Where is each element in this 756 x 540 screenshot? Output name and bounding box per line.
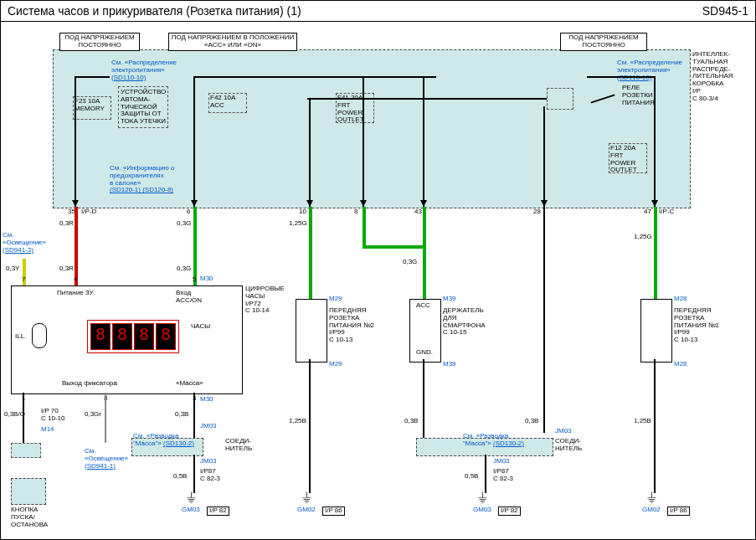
pin-8: 8 [354,208,357,216]
link-ill: См. «Освещение»(SD941-3) [3,232,46,254]
c823a: I/P87 С 82-3 [200,468,220,483]
JM03a: JM03 [200,423,217,430]
conn-M14: M14 [41,426,54,434]
lbl-125G-b: 1,25G [634,234,652,241]
phone-acc: ACC [416,302,430,310]
JM03a2: JM03 [200,458,217,465]
ill-shape [32,323,47,348]
conn-M39t: M39 [443,296,456,303]
pin-43: 43 [414,208,422,216]
title-bar: Система часов и прикуривателя (Розетка п… [1,1,755,22]
P86a: I/P 86 [322,507,345,516]
pin-6: 6 [187,208,190,216]
lbl-03R: 0,3R [59,220,74,228]
clock-topL: Питание ЗУ [57,290,94,297]
w-phone-gnd [423,359,424,440]
lbl-125B-b: 1,25B [634,418,651,425]
wire-8-43-bridge [363,245,426,249]
JM03b: JM03 [555,428,572,435]
ssb-box [11,443,41,458]
wire-43-green [423,207,426,299]
clock-ill: ILL. [15,333,26,341]
bus-f42-dn [193,76,195,207]
link-power-dist-2: См. «Распределение электропитания»(SD110… [617,59,682,81]
page-title: Система часов и прикуривателя (Розетка п… [8,4,301,18]
bus-28-dn [543,106,545,207]
conn-M30-top: M30 [200,275,213,283]
wiring-diagram-sheet: Система часов и прикуривателя (Розетка п… [0,0,756,540]
bus-acc [193,76,436,78]
clock-botR: «Масса» [176,380,203,388]
front-outlet-2 [296,299,327,363]
clock-botL: Выход фиксатора [62,380,117,388]
outlet1-label: ПЕРЕДНЯЯ РОЗЕТКА ПИТАНИЯ №1 I/P99 С 10-1… [674,307,719,344]
GM03a: GM03 [182,507,200,514]
ip-box-label: ИНТЕЛЛЕК- ТУАЛЬНАЯ РАСПРЕДЕ- ЛИТЕЛЬНАЯ К… [692,51,733,103]
outlet2-label: ПЕРЕДНЯЯ РОЗЕТКА ПИТАНИЯ №2 I/P99 С 10-1… [329,307,374,344]
gnd-gm02-b-icon: ⏚ [647,488,656,506]
w-out2-gnd [309,359,311,493]
joiner-b: СОЕДИ- НИТЕЛЬ [555,438,582,453]
relay-coil [547,88,573,110]
digital-clock-module: 7 4 5 Питание ЗУ Вход ACC/ON ILL. 8888 Ч… [11,285,243,394]
banner-left: ПОД НАПРЯЖЕНИЕМ ПОСТОЯННО [59,33,140,51]
conn-M39b: M39 [443,361,456,368]
lbl-03BO: 0,3B/O [4,411,25,419]
clock-pin4: 4 [74,276,77,284]
clock-display: 8888 [87,320,179,353]
bus-43-dn [423,76,424,207]
joiner-a: СОЕДИ- НИТЕЛЬ [225,438,252,453]
lbl-03R-b: 0,3R [59,265,74,273]
lbl-05B-a: 0,5B [173,473,187,481]
page-code: SD945-1 [702,4,748,18]
fuse-f42: F42 10A ACC [208,93,247,113]
conn-M29b: M29 [329,361,342,368]
gnd-gm03-a-icon: ⏚ [187,488,196,506]
bus-8-dn [363,76,364,207]
w-clock-8 [105,393,106,443]
link-ill2: См. «Освещение»(SD941-1) [85,448,128,470]
ssb-zone [11,478,46,505]
conn-M28t: M28 [674,296,687,303]
pin-28: 28 [533,208,541,216]
clock-topR: Вход ACC/ON [176,290,202,305]
wire-35-red [75,207,78,285]
c823b: I/P87 С 82-3 [493,468,513,483]
lbl-03G-c: 0,3G [177,265,191,273]
lbl-03B-b: 0,3B [404,418,418,425]
conn-ipd: I/P-D [81,208,96,216]
lbl-03Y: 0,3Y [6,265,19,273]
fuse-f23: F23 10A MEMORY [73,96,111,120]
bus-47-dn [654,76,656,207]
P82a: I/P 82 [207,507,229,516]
wire-8-green [363,207,366,247]
conn-M28b: M28 [674,361,687,368]
front-outlet-1 [640,299,672,363]
pin-10: 10 [299,208,306,216]
wire-6-green [193,207,197,285]
P86b: I/P 86 [667,507,690,516]
GM02a: GM02 [297,507,316,514]
clock-pin7: 7 [22,276,25,284]
pin-47: 47 [644,208,651,216]
digital-clock-label: ЦИФРОВЫЕ ЧАСЫ I/P72 С 10-14 [245,285,285,315]
lbl-03G-b: 0,3G [403,259,417,266]
p70: I/P 70 С 10-10 [41,408,64,423]
banner-right: ПОД НАПРЯЖЕНИЕМ ПОСТОЯННО [560,33,647,51]
P82b: I/P 82 [498,507,521,516]
lbl-03B-a: 0,3B [175,411,188,419]
lbl-125B-a: 1,25B [289,418,306,425]
fuse-f12: F12 20A FRT POWER OUTLET [609,143,647,173]
bus-b-const-r [587,76,654,78]
clock-pin5: 5 [193,276,196,284]
conn-M29t: M29 [329,296,342,303]
clock-name: ЧАСЫ [191,323,210,331]
conn-M30-bot: M30 [200,396,213,404]
link-mass-a: См. «Разводка "Масса"» (SD130-2) [133,433,194,448]
lbl-125G-a: 1,25G [289,220,307,228]
lbl-03Gr: 0,3Gr [85,411,101,419]
gnd-gm03-b-icon: ⏚ [478,488,487,506]
link-power-dist-1: См. «Распределение электропитания»(SD110… [111,59,177,81]
wire-47-green [654,207,657,299]
w-out1-gnd [654,359,656,493]
